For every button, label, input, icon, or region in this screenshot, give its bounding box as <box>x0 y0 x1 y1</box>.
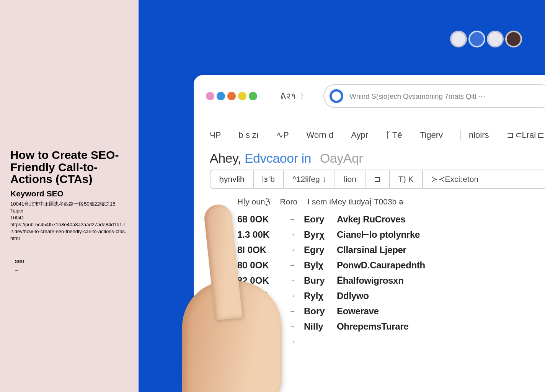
table-row: S0 0OK→NillyOhrepemsTurare <box>237 319 545 334</box>
seo-badge: seo <box>15 258 128 264</box>
sidebar: How to Create SEO-Friendly Call-to-Actio… <box>0 0 139 392</box>
toolbar-item[interactable]: ᚴ Tē <box>386 130 402 140</box>
table-row: 68 0OK→EoryAvkeȷ RuCroves <box>237 212 545 227</box>
query-line: Ahey, Edvcaoor in OayAqr <box>210 151 545 166</box>
window-dot-icon <box>238 92 246 100</box>
address-line: 10041台北市中正區忠孝西路一段50號22樓之15 <box>10 201 128 207</box>
table-row: 8I 0OK→EgryCllarsinal Ljeper <box>237 242 545 258</box>
logo-dot-icon <box>505 31 522 47</box>
filter-cell[interactable]: lion <box>335 170 366 188</box>
table-row: 32 0OK→BoryEowerave <box>237 304 545 319</box>
query-part: Ahey, <box>210 151 241 165</box>
window-dot-icon <box>217 92 225 100</box>
filter-cell[interactable]: lɜˈb <box>254 170 284 188</box>
meta-item: I sem iMey iludyaị T003b ə <box>307 197 404 206</box>
toolbar: ЧP b s zı ∿P Worn d Aypr ᚴ Tē Tigerv nlo… <box>203 116 545 151</box>
table-row: 8E 0OK→ <box>237 334 545 350</box>
toolbar-item[interactable]: nloirs <box>460 130 489 140</box>
table-row: 80 0OK→BylχPonwD.Caurapednth <box>237 258 545 273</box>
browser-window: ᕕ२१ 〉 Wnind S(sio)ech Qvsamoning 7mats Q… <box>194 75 545 392</box>
nav-glyph-icon: ᕕ२१ <box>280 91 296 101</box>
query-part: Edvcaoor in <box>245 151 311 165</box>
toolbar-item[interactable]: ⊐ ⊂Lral ⊏⊐ <box>507 130 545 140</box>
page-title: How to Create SEO-Friendly Call-to-Actio… <box>10 149 128 185</box>
filter-cell[interactable]: ⊐ <box>366 170 390 188</box>
logo-dot-icon <box>468 31 485 47</box>
addressbar-text: Wnind S(sio)ech Qvsamoning 7mats Qitl ⋯ <box>349 92 485 101</box>
data-rows: 68 0OK→EoryAvkeȷ RuCroves 1.3 00K→ByrχCi… <box>210 212 545 350</box>
window-controls <box>206 92 257 100</box>
keyword-label: Keyword SEO <box>10 189 128 198</box>
window-dot-icon <box>227 92 236 100</box>
meta-row: Hḷy ounℨ Roro I sem iMey iludyaị T003b ə <box>210 189 545 212</box>
toolbar-item[interactable]: Tigerv <box>420 130 443 140</box>
hero-panel: ᕕ२१ 〉 Wnind S(sio)ech Qvsamoning 7mats Q… <box>139 0 545 392</box>
city-line: Taipei <box>10 207 128 214</box>
logo-dot-icon <box>487 31 504 47</box>
table-row: 82 0OK→BuryËhalfowigrosxn <box>237 273 545 288</box>
filter-cell[interactable]: ^12lifeg ↓ <box>284 170 335 188</box>
toolbar-item[interactable]: b s zı <box>238 130 259 140</box>
addressbar[interactable]: Wnind S(sio)ech Qvsamoning 7mats Qitl ⋯ <box>323 84 545 108</box>
table-row: 1.3 00K→ByrχCiane⊢Io ptolynrke <box>237 227 545 242</box>
filter-cell[interactable]: ḥynvlih <box>210 170 254 188</box>
filter-row: ḥynvlih lɜˈb ^12lifeg ↓ lion ⊐ T) K ≻≺ E… <box>210 170 545 189</box>
forward-arrow-icon[interactable]: 〉 <box>300 90 308 102</box>
browser-header: ᕕ२१ 〉 Wnind S(sio)ech Qvsamoning 7mats Q… <box>203 84 545 116</box>
squiggle-icon: ∿P <box>276 130 289 140</box>
postal-line: 10041 <box>10 214 128 221</box>
content-area: Ahey, Edvcaoor in OayAqr ḥynvlih lɜˈb ^1… <box>203 151 545 350</box>
toolbar-item[interactable]: Worn d <box>307 130 334 140</box>
toolbar-item[interactable]: ЧP <box>210 130 221 140</box>
filter-cell[interactable]: ≻≺ Exciːeton <box>422 170 487 188</box>
meta-item: Hḷy ounℨ <box>237 197 270 206</box>
seo-glyph-icon: ⎵ <box>15 266 128 272</box>
logo-banner <box>450 31 522 47</box>
table-row: 1.7 004→RylχDdlywo <box>237 288 545 304</box>
query-part: OayAqr <box>320 151 363 165</box>
window-dot-icon <box>249 92 257 100</box>
meta-item: Roro <box>280 197 298 206</box>
filter-cell[interactable]: T) K <box>390 170 422 188</box>
spinner-icon <box>330 89 343 103</box>
logo-dot-icon <box>450 31 467 47</box>
window-dot-icon <box>206 92 214 100</box>
url-line: https://pub-5c454f571b8e40a3a2aad27ade84… <box>10 221 128 242</box>
toolbar-item[interactable]: Aypr <box>351 130 368 140</box>
